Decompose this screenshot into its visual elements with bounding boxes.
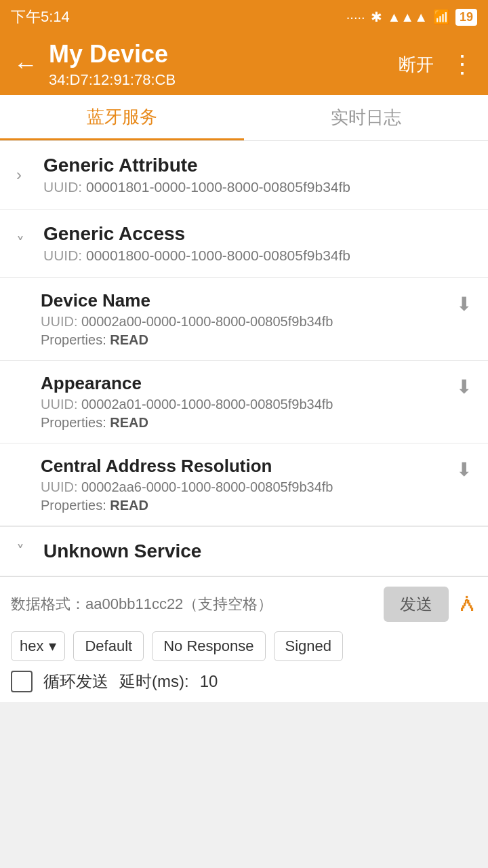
char-name: Appearance	[41, 373, 456, 394]
title-block: My Device 34:D7:12:91:78:CB	[49, 40, 388, 89]
wifi-icon: 📶	[433, 9, 450, 25]
tab-bluetooth[interactable]: 蓝牙服务	[0, 95, 244, 140]
bluetooth-icon: ✱	[371, 9, 382, 25]
read-icon[interactable]: ⬇	[456, 376, 472, 398]
service-name: Generic Attribute	[43, 155, 472, 176]
loop-checkbox[interactable]	[11, 671, 33, 692]
tabs-bar: 蓝牙服务 实时日志	[0, 95, 488, 141]
back-button[interactable]: ←	[14, 52, 38, 77]
char-name: Central Address Resolution	[41, 456, 456, 477]
signal-dots-icon: ·····	[346, 9, 365, 25]
char-properties: Properties: READ	[41, 332, 456, 348]
chevron-right-icon: ›	[16, 165, 33, 184]
bottom-input-area: 发送 ⩑ hex ▾ Default No Response Signed 循环…	[0, 576, 488, 702]
format-select[interactable]: hex ▾	[11, 631, 65, 661]
status-bar: 下午5:14 ····· ✱ ▲▲▲ 📶 19	[0, 0, 488, 34]
loop-label: 循环发送	[43, 671, 108, 692]
option-no-response[interactable]: No Response	[152, 631, 265, 661]
service-name: Generic Access	[43, 223, 472, 245]
chevron-down-icon: ˅	[16, 542, 33, 561]
send-button[interactable]: 发送	[384, 587, 449, 622]
service-uuid: UUID: 00001801-0000-1000-8000-00805f9b34…	[43, 179, 472, 195]
status-icons: ····· ✱ ▲▲▲ 📶 19	[346, 9, 477, 26]
service-name: Unknown Service	[43, 540, 472, 562]
dropdown-arrow-icon: ▾	[49, 637, 56, 655]
service-uuid: UUID: 00001800-0000-1000-8000-00805f9b34…	[43, 248, 472, 264]
input-row: 发送 ⩑	[11, 587, 477, 622]
expand-icon[interactable]: ⩑	[457, 593, 477, 616]
disconnect-button[interactable]: 断开	[399, 53, 434, 77]
char-properties: Properties: READ	[41, 415, 456, 431]
characteristic-appearance: Appearance UUID: 00002a01-0000-1000-8000…	[0, 361, 488, 443]
char-uuid: UUID: 00002a01-0000-1000-8000-00805f9b34…	[41, 397, 456, 412]
battery-level: 19	[455, 9, 477, 26]
char-properties: Properties: READ	[41, 498, 456, 513]
loop-row: 循环发送 延时(ms): 10	[11, 671, 477, 692]
service-item-generic-attribute[interactable]: › Generic Attribute UUID: 00001801-0000-…	[0, 141, 488, 210]
data-input[interactable]	[11, 590, 375, 618]
char-uuid: UUID: 00002a00-0000-1000-8000-00805f9b34…	[41, 314, 456, 330]
option-default[interactable]: Default	[73, 631, 144, 661]
characteristic-central-address: Central Address Resolution UUID: 00002aa…	[0, 443, 488, 526]
format-options-row: hex ▾ Default No Response Signed	[11, 631, 477, 661]
page-title: My Device	[49, 40, 388, 68]
service-item-generic-access[interactable]: ˅ Generic Access UUID: 00001800-0000-100…	[0, 210, 488, 278]
top-bar: ← My Device 34:D7:12:91:78:CB 断开 ⋮	[0, 34, 488, 95]
more-menu-button[interactable]: ⋮	[450, 52, 474, 77]
char-uuid: UUID: 00002aa6-0000-1000-8000-00805f9b34…	[41, 479, 456, 495]
read-icon[interactable]: ⬇	[456, 293, 472, 315]
service-item-unknown[interactable]: ˅ Unknown Service	[0, 526, 488, 576]
status-time: 下午5:14	[11, 7, 70, 27]
chevron-down-icon: ˅	[16, 234, 33, 253]
delay-value: 10	[200, 672, 218, 691]
cellular-icon: ▲▲▲	[388, 9, 428, 25]
char-name: Device Name	[41, 290, 456, 311]
service-list: › Generic Attribute UUID: 00001801-0000-…	[0, 141, 488, 576]
tab-realtime[interactable]: 实时日志	[244, 95, 488, 140]
option-signed[interactable]: Signed	[274, 631, 344, 661]
delay-label: 延时(ms):	[119, 671, 189, 692]
top-actions: 断开 ⋮	[399, 52, 474, 77]
characteristic-device-name: Device Name UUID: 00002a00-0000-1000-800…	[0, 278, 488, 361]
device-address: 34:D7:12:91:78:CB	[49, 71, 388, 89]
read-icon[interactable]: ⬇	[456, 458, 472, 481]
